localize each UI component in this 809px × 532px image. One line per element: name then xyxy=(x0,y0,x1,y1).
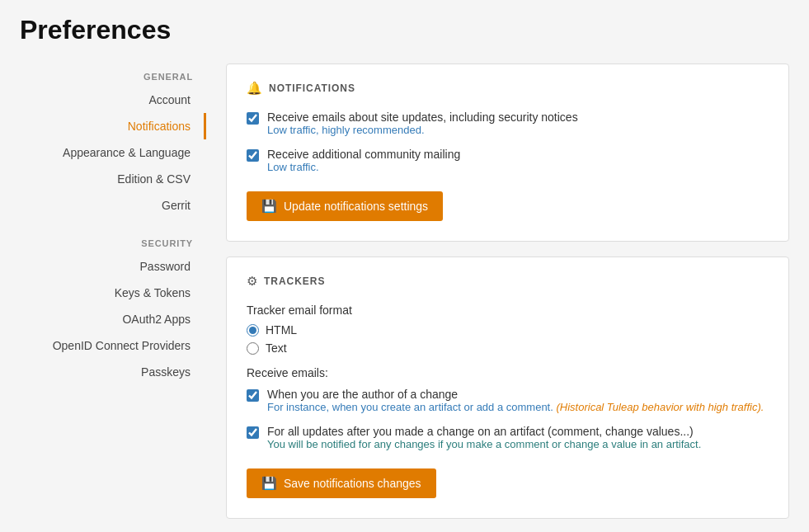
notifications-card-header: 🔔 NOTIFICATIONS xyxy=(247,81,769,96)
radio-html[interactable] xyxy=(247,324,259,337)
tracker-email-format-group: Tracker email format HTML Text xyxy=(247,304,769,355)
for-instance-link[interactable]: For instance, when you create an artifac… xyxy=(267,401,556,413)
checkbox-author-sub: For instance, when you create an artifac… xyxy=(267,401,764,413)
checkbox-community-mailing-sub: Low traffic. xyxy=(267,161,460,173)
tracker-format-label: Tracker email format xyxy=(247,304,769,317)
sidebar-item-label: OpenID Connect Providers xyxy=(53,339,190,352)
high-traffic-note: (Historical Tuleap behavior with high tr… xyxy=(556,401,764,413)
radio-text-label[interactable]: Text xyxy=(266,341,287,355)
sidebar-section-security: SECURITY xyxy=(0,227,206,253)
sidebar-item-label: OAuth2 Apps xyxy=(122,313,190,326)
gear-icon: ⚙ xyxy=(247,274,257,289)
bell-icon: 🔔 xyxy=(247,81,262,96)
checkbox-all-updates-sub: You will be notified for any changes if … xyxy=(267,438,701,450)
page-wrapper: Preferences GENERAL Account Notification… xyxy=(0,0,809,532)
receive-emails-label: Receive emails: xyxy=(247,366,769,379)
sidebar-item-passkeys[interactable]: Passkeys xyxy=(0,359,206,385)
checkbox-author-change-label[interactable]: When you are the author of a change For … xyxy=(267,388,764,413)
sidebar-item-label: Keys & Tokens xyxy=(115,286,190,299)
checkbox-all-updates-text: For all updates after you made a change … xyxy=(267,425,701,438)
sidebar-item-appearance-language[interactable]: Appearance & Language xyxy=(0,139,206,166)
checkbox-row-site-updates: Receive emails about site updates, inclu… xyxy=(247,111,769,136)
notify-changes-link[interactable]: You will be notified for any changes if … xyxy=(267,438,701,450)
low-traffic-link-1[interactable]: Low traffic, highly recommended. xyxy=(267,124,425,136)
sidebar: GENERAL Account Notifications Appearance… xyxy=(0,57,206,532)
sidebar-item-label: Notifications xyxy=(128,120,190,133)
content-area: GENERAL Account Notifications Appearance… xyxy=(0,57,809,532)
radio-row-text: Text xyxy=(247,341,769,355)
notifications-card: 🔔 NOTIFICATIONS Receive emails about sit… xyxy=(226,64,789,242)
main-content: 🔔 NOTIFICATIONS Receive emails about sit… xyxy=(206,57,809,532)
sidebar-item-label: Gerrit xyxy=(162,199,190,212)
checkbox-community-mailing[interactable] xyxy=(247,149,259,162)
checkbox-community-mailing-label[interactable]: Receive additional community mailing Low… xyxy=(267,148,460,173)
sidebar-item-openid-connect[interactable]: OpenID Connect Providers xyxy=(0,332,206,359)
page-title: Preferences xyxy=(0,0,809,57)
trackers-card-header: ⚙ TRACKERS xyxy=(247,274,769,289)
sidebar-item-gerrit[interactable]: Gerrit xyxy=(0,192,206,219)
update-notifications-button[interactable]: 💾 Update notifications settings xyxy=(247,191,443,221)
sidebar-item-label: Passkeys xyxy=(141,365,190,379)
sidebar-item-notifications[interactable]: Notifications xyxy=(0,113,206,139)
update-notifications-label: Update notifications settings xyxy=(284,200,428,213)
checkbox-all-updates-label[interactable]: For all updates after you made a change … xyxy=(267,425,701,450)
sidebar-item-edition-csv[interactable]: Edition & CSV xyxy=(0,166,206,192)
save-notifications-label: Save notifications changes xyxy=(284,477,421,490)
checkbox-site-updates-label[interactable]: Receive emails about site updates, inclu… xyxy=(267,111,578,136)
sidebar-section-general: GENERAL xyxy=(0,60,206,87)
checkbox-all-updates[interactable] xyxy=(247,426,259,439)
trackers-card-title: TRACKERS xyxy=(264,275,325,287)
checkbox-site-updates-text: Receive emails about site updates, inclu… xyxy=(267,111,578,124)
radio-html-label[interactable]: HTML xyxy=(266,323,297,337)
save-notifications-icon: 💾 xyxy=(261,476,277,491)
checkbox-row-community-mailing: Receive additional community mailing Low… xyxy=(247,148,769,173)
save-notifications-button[interactable]: 💾 Save notifications changes xyxy=(247,468,436,498)
checkbox-site-updates[interactable] xyxy=(247,112,259,125)
sidebar-item-label: Account xyxy=(148,93,190,106)
sidebar-item-label: Edition & CSV xyxy=(117,172,190,186)
checkbox-author-text: When you are the author of a change xyxy=(267,388,764,401)
checkbox-author-change[interactable] xyxy=(247,389,259,402)
sidebar-item-keys-tokens[interactable]: Keys & Tokens xyxy=(0,280,206,306)
checkbox-row-all-updates: For all updates after you made a change … xyxy=(247,425,769,450)
trackers-card: ⚙ TRACKERS Tracker email format HTML Tex… xyxy=(226,257,789,519)
sidebar-item-label: Appearance & Language xyxy=(63,146,190,159)
sidebar-item-account[interactable]: Account xyxy=(0,87,206,113)
checkbox-row-author: When you are the author of a change For … xyxy=(247,388,769,413)
radio-text[interactable] xyxy=(247,342,259,355)
sidebar-item-label: Password xyxy=(140,260,190,273)
sidebar-item-oauth2-apps[interactable]: OAuth2 Apps xyxy=(0,306,206,332)
checkbox-site-updates-sub: Low traffic, highly recommended. xyxy=(267,124,578,136)
radio-row-html: HTML xyxy=(247,323,769,337)
save-icon: 💾 xyxy=(261,199,277,214)
checkbox-community-mailing-text: Receive additional community mailing xyxy=(267,148,460,161)
low-traffic-link-2[interactable]: Low traffic. xyxy=(267,161,319,173)
sidebar-item-password[interactable]: Password xyxy=(0,253,206,280)
notifications-card-title: NOTIFICATIONS xyxy=(269,82,355,94)
